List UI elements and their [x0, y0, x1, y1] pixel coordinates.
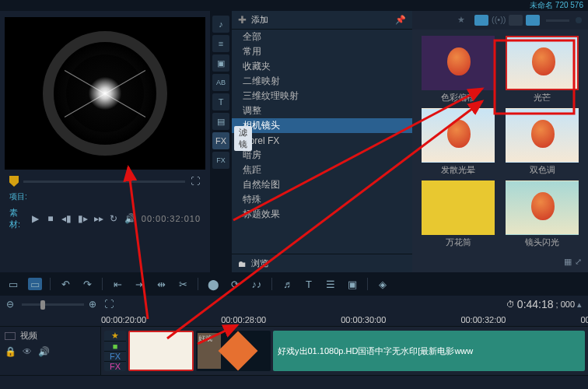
selected-clip[interactable] [128, 331, 194, 371]
fullscreen-icon[interactable]: ⛶ [190, 176, 201, 187]
tool-fx-icon[interactable]: FX 滤镜 [212, 132, 229, 149]
track-content[interactable]: ★■FXFX 好戏 好戏y出01.1080p.HD国语中字无水印[最新电影www [101, 327, 588, 375]
track-mute-icon[interactable]: 🔊 [38, 346, 50, 357]
tool-overlay-icon[interactable]: ▤ [212, 113, 229, 130]
auto-music-icon[interactable]: ♬ [280, 278, 294, 290]
category-item[interactable]: 标题效果 [232, 207, 412, 222]
zoom-fit-icon[interactable]: ⇹ [154, 278, 168, 290]
volume-icon[interactable]: 🔊 [124, 213, 135, 224]
chapter-icon[interactable]: ▣ [345, 278, 359, 290]
gallery-expand-icon[interactable]: ▦ [564, 257, 572, 272]
browse-label: 浏览 [251, 258, 268, 269]
effect-item[interactable]: 光芒 [502, 36, 582, 103]
view-grid-icon[interactable] [474, 15, 488, 26]
view-single-icon[interactable] [526, 15, 540, 26]
ripple-icon[interactable]: ⟳ [228, 278, 242, 290]
effect-thumbnail [422, 180, 495, 235]
plus-icon: ✚ [238, 14, 247, 26]
redo-icon[interactable]: ↷ [80, 278, 94, 290]
play-button[interactable]: ▶ [31, 213, 40, 224]
preview-scrubber[interactable] [23, 180, 185, 183]
category-item[interactable]: 自然绘图 [232, 177, 412, 192]
category-item[interactable]: 焦距 [232, 163, 412, 177]
zoom-fit-project-icon[interactable]: ⛶ [104, 299, 115, 310]
skip-fwd-icon[interactable]: ▸▸ [94, 213, 103, 224]
audio-mix-icon[interactable]: ♪♪ [250, 278, 264, 290]
effect-item[interactable]: 发散光晕 [418, 108, 498, 176]
loop-icon[interactable]: ↻ [110, 213, 118, 224]
subtitle-icon[interactable]: T [302, 278, 316, 290]
category-item[interactable]: 二维映射 [232, 74, 412, 89]
view-list-icon[interactable] [509, 15, 523, 26]
timeline-view-icon[interactable]: ▭ [28, 278, 42, 290]
time-ruler[interactable]: 00:00:20:0000:00:28:0000:00:30:0000:00:3… [0, 313, 588, 327]
zoom-out-icon[interactable]: ⊖ [6, 299, 17, 310]
track-toggle-icon[interactable] [5, 332, 16, 340]
tool-fx2-icon[interactable]: FX [212, 152, 229, 169]
add-label: 添加 [251, 14, 268, 26]
ruler-mark: 00:00:28:00 [221, 315, 266, 324]
size-slider[interactable] [546, 19, 569, 22]
effect-thumbnail [422, 36, 495, 90]
effect-label: 镜头闪光 [525, 237, 559, 248]
category-item[interactable]: 暗房 [232, 148, 412, 163]
stop-icon[interactable]: ■ [46, 213, 54, 224]
tool-list-icon[interactable]: ≡ [212, 35, 229, 52]
prev-frame-icon[interactable]: ◂▮ [61, 213, 72, 224]
gallery-zoom-icon[interactable]: ⤢ [575, 257, 582, 272]
project-tab[interactable]: 项目: [9, 191, 27, 202]
preview-timecode: 00:00:32:010 [142, 214, 201, 223]
mark-out-icon[interactable]: ⇥ [132, 278, 146, 290]
material-tab[interactable]: 素材: [9, 207, 25, 230]
tool-text-icon[interactable]: T [212, 93, 229, 110]
folder-icon: 🖿 [238, 259, 247, 268]
category-item[interactable]: 全部 [232, 30, 412, 44]
undo-icon[interactable]: ↶ [58, 278, 72, 290]
preview-panel: ⛶ 项目: 素材: ▶ ■ ◂▮ ▮▸ ▸▸ ↻ 🔊 00:00:32:010 [0, 11, 210, 272]
split-icon[interactable]: ✂ [176, 278, 190, 290]
tool-music-icon[interactable]: ♪ [212, 16, 229, 33]
category-item[interactable]: 相机镜头 [232, 118, 412, 133]
add-category-row[interactable]: ✚ 添加 📌 [232, 11, 412, 30]
effect-label: 双色调 [530, 164, 555, 176]
record-icon[interactable]: ⬤ [206, 278, 220, 290]
transition-clip[interactable]: 好戏 [196, 331, 271, 371]
tracks-icon[interactable]: ☰ [324, 278, 338, 290]
effects-grid: 色彩偏移光芒发散光晕双色调万花筒镜头闪光 [412, 30, 588, 257]
pin-icon[interactable]: 📌 [395, 15, 406, 25]
effect-item[interactable]: 镜头闪光 [502, 180, 582, 248]
effect-item[interactable]: 色彩偏移 [418, 36, 498, 103]
effect-thumbnail [506, 180, 579, 235]
storyboard-view-icon[interactable]: ▭ [6, 278, 20, 290]
effect-label: 万花筒 [446, 237, 471, 248]
mark-in-icon[interactable]: ⇤ [110, 278, 124, 290]
playhead-marker[interactable] [9, 176, 19, 187]
zoom-in-icon[interactable]: ⊕ [89, 299, 100, 310]
track-spacer [0, 375, 588, 389]
tool-camera-icon[interactable]: ▣ [212, 54, 229, 72]
effect-thumbnail [422, 108, 495, 163]
track-visible-icon[interactable]: 👁 [23, 346, 32, 357]
category-item[interactable]: 常用 [232, 44, 412, 59]
slider-knob[interactable] [576, 17, 582, 23]
track-lock-icon[interactable]: 🔒 [5, 346, 16, 357]
category-item[interactable]: 三维纹理映射 [232, 89, 412, 103]
category-item[interactable]: 收藏夹 [232, 59, 412, 74]
effect-item[interactable]: 双色调 [502, 108, 582, 176]
preview-viewport[interactable] [5, 17, 205, 170]
fx-stack-clip[interactable]: ★■FXFX [104, 331, 126, 371]
browse-row[interactable]: 🖿 浏览 [232, 254, 412, 272]
category-item[interactable]: 特殊 [232, 192, 412, 207]
main-video-clip[interactable]: 好戏y出01.1080p.HD国语中字无水印[最新电影www [273, 331, 585, 371]
tool-ab-icon[interactable]: AB [212, 74, 229, 91]
category-item[interactable]: Corel FX [232, 133, 412, 148]
effect-label: 光芒 [534, 92, 551, 103]
category-list: 全部常用收藏夹二维映射三维纹理映射调整相机镜头Corel FX暗房焦距自然绘图特… [232, 30, 412, 254]
zoom-slider[interactable] [22, 303, 84, 306]
next-frame-icon[interactable]: ▮▸ [78, 213, 88, 224]
category-item[interactable]: 调整 [232, 103, 412, 118]
3d-icon[interactable]: ◈ [376, 278, 390, 290]
fav-icon[interactable]: ★ [457, 15, 471, 26]
view-wave-icon[interactable]: ((•)) [492, 15, 506, 26]
effect-item[interactable]: 万花筒 [418, 180, 498, 248]
